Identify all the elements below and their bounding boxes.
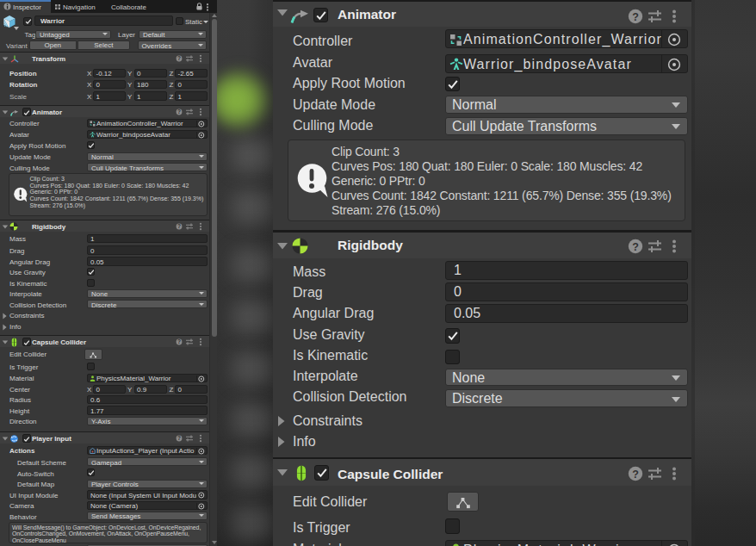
svg-text:?: ? [177, 223, 181, 229]
svg-text:?: ? [632, 241, 639, 253]
svg-text:?: ? [177, 338, 181, 344]
svg-text:?: ? [177, 109, 181, 115]
svg-text:?: ? [632, 11, 639, 23]
svg-text:?: ? [177, 435, 181, 441]
svg-text:?: ? [177, 55, 181, 61]
svg-text:?: ? [632, 468, 639, 481]
